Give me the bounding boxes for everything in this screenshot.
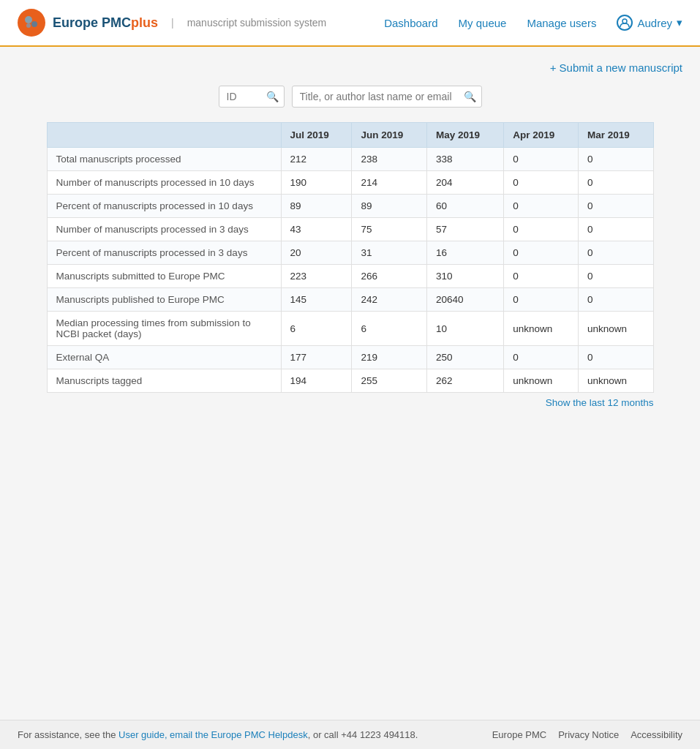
stats-table-wrap: Jul 2019 Jun 2019 May 2019 Apr 2019 Mar … [47, 122, 654, 408]
table-cell-value: 31 [352, 241, 427, 265]
table-cell-value: 0 [504, 218, 579, 241]
table-cell-value: 6 [352, 312, 427, 346]
id-search-wrap: 🔍 [219, 86, 285, 108]
table-row: Manuscripts submitted to Europe PMC22326… [47, 265, 653, 288]
user-name: Audrey [637, 17, 672, 29]
table-cell-value: 75 [352, 218, 427, 241]
col-header-mar: Mar 2019 [578, 123, 653, 148]
table-row: Manuscripts published to Europe PMC14524… [47, 288, 653, 312]
stats-table: Jul 2019 Jun 2019 May 2019 Apr 2019 Mar … [47, 122, 654, 393]
table-cell-value: 250 [427, 346, 504, 369]
table-row: Median processing times from submission … [47, 312, 653, 346]
nav-manage-users[interactable]: Manage users [527, 17, 596, 29]
nav-my-queue[interactable]: My queue [459, 17, 507, 29]
table-cell-value: 0 [578, 218, 653, 241]
table-cell-value: 0 [578, 265, 653, 288]
footer-phone-text: , or call +44 1223 494118. [308, 729, 418, 740]
table-cell-value: 204 [427, 171, 504, 195]
table-cell-value: 43 [281, 218, 352, 241]
table-cell-value: 0 [578, 171, 653, 195]
title-search-input[interactable] [292, 86, 482, 108]
logo-icon [18, 9, 45, 37]
footer-europe-pmc-link[interactable]: Europe PMC [492, 729, 546, 740]
table-cell-value: 338 [427, 148, 504, 171]
table-cell-value: 10 [427, 312, 504, 346]
table-cell-value: 89 [281, 195, 352, 218]
table-cell-value: 0 [578, 148, 653, 171]
table-row: Manuscripts tagged194255262unknownunknow… [47, 369, 653, 393]
table-cell-label: Manuscripts tagged [47, 369, 281, 393]
table-cell-label: Manuscripts submitted to Europe PMC [47, 265, 281, 288]
table-cell-value: 20640 [427, 288, 504, 312]
svg-point-4 [622, 19, 627, 23]
title-search-icon: 🔍 [464, 91, 476, 102]
nav-dashboard[interactable]: Dashboard [384, 17, 437, 29]
table-cell-value: unknown [504, 312, 579, 346]
user-icon [617, 15, 633, 31]
logo-divider: | [171, 17, 174, 29]
table-row: Total manuscripts processed21223833800 [47, 148, 653, 171]
title-search-wrap: 🔍 [292, 86, 482, 108]
table-cell-value: 0 [504, 148, 579, 171]
table-cell-value: unknown [504, 369, 579, 393]
footer-accessibility-link[interactable]: Accessibility [631, 729, 682, 740]
logo-plus: plus [131, 15, 158, 30]
logo-text: Europe PMCplus [53, 15, 158, 31]
show-months-anchor[interactable]: Show the last 12 months [546, 397, 654, 408]
submit-manuscript-button[interactable]: + Submit a new manuscript [550, 61, 682, 74]
table-cell-label: Manuscripts published to Europe PMC [47, 288, 281, 312]
table-cell-value: 262 [427, 369, 504, 393]
table-cell-value: 0 [504, 171, 579, 195]
table-cell-value: 16 [427, 241, 504, 265]
table-cell-value: 6 [281, 312, 352, 346]
table-cell-value: 242 [352, 288, 427, 312]
table-cell-value: 238 [352, 148, 427, 171]
col-header-jun: Jun 2019 [352, 123, 427, 148]
table-row: Percent of manuscripts processed in 3 da… [47, 241, 653, 265]
id-search-icon: 🔍 [266, 91, 279, 102]
col-header-jul: Jul 2019 [281, 123, 352, 148]
table-row: Number of manuscripts processed in 3 day… [47, 218, 653, 241]
table-cell-value: 177 [281, 346, 352, 369]
table-cell-value: 0 [578, 346, 653, 369]
search-area: 🔍 🔍 [18, 86, 682, 108]
footer-helpdesk-link[interactable]: User guide, email the Europe PMC Helpdes… [118, 729, 308, 740]
user-menu[interactable]: Audrey ▾ [617, 15, 682, 31]
table-cell-value: 190 [281, 171, 352, 195]
table-cell-label: Total manuscripts processed [47, 148, 281, 171]
svg-point-0 [22, 13, 41, 32]
table-cell-value: unknown [578, 369, 653, 393]
table-cell-value: 223 [281, 265, 352, 288]
header-nav: Dashboard My queue Manage users Audrey ▾ [384, 15, 682, 31]
footer-left: For assistance, see the User guide, emai… [18, 729, 418, 740]
footer-assistance-text: For assistance, see the [18, 729, 118, 740]
footer: For assistance, see the User guide, emai… [0, 720, 700, 749]
col-header-may: May 2019 [427, 123, 504, 148]
main-content: + Submit a new manuscript 🔍 🔍 Jul 2019 J… [0, 47, 700, 720]
svg-point-3 [26, 23, 31, 28]
table-cell-label: Percent of manuscripts processed in 3 da… [47, 241, 281, 265]
table-cell-value: 212 [281, 148, 352, 171]
table-cell-label: Percent of manuscripts processed in 10 d… [47, 195, 281, 218]
show-months-link[interactable]: Show the last 12 months [47, 397, 654, 408]
svg-point-1 [25, 16, 32, 23]
table-cell-value: 0 [504, 195, 579, 218]
table-header-row: Jul 2019 Jun 2019 May 2019 Apr 2019 Mar … [47, 123, 653, 148]
svg-point-2 [31, 21, 37, 27]
footer-privacy-link[interactable]: Privacy Notice [558, 729, 619, 740]
table-cell-value: 20 [281, 241, 352, 265]
table-cell-value: 60 [427, 195, 504, 218]
header: Europe PMCplus | manuscript submission s… [0, 0, 700, 47]
table-cell-label: Median processing times from submission … [47, 312, 281, 346]
table-cell-value: 145 [281, 288, 352, 312]
footer-right: Europe PMC Privacy Notice Accessibility [492, 729, 682, 740]
table-cell-label: External QA [47, 346, 281, 369]
table-cell-value: 89 [352, 195, 427, 218]
table-cell-value: 310 [427, 265, 504, 288]
chevron-down-icon: ▾ [677, 16, 682, 29]
logo-area: Europe PMCplus | manuscript submission s… [18, 9, 326, 37]
col-header-apr: Apr 2019 [504, 123, 579, 148]
table-row: External QA17721925000 [47, 346, 653, 369]
table-cell-value: 0 [578, 195, 653, 218]
logo-main: Europe PMC [53, 15, 131, 30]
